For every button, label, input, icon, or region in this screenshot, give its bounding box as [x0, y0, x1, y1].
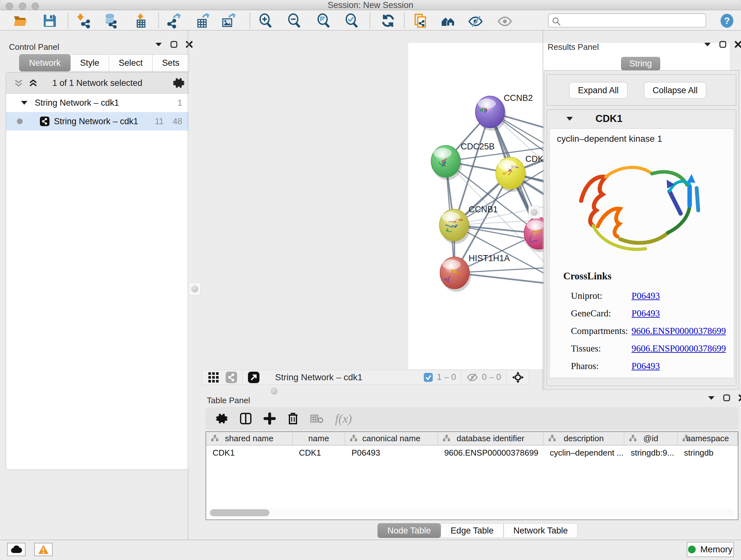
network-node-HIST1H1A[interactable] — [440, 257, 471, 292]
grid-view-icon[interactable] — [208, 372, 219, 383]
warnings-button[interactable] — [34, 543, 53, 556]
float-panel-icon[interactable] — [723, 394, 730, 401]
column-header-@id[interactable]: @id — [624, 432, 677, 445]
collapse-all-button[interactable]: Collapse All — [644, 82, 706, 99]
export-network-icon — [166, 13, 182, 28]
export-table-button[interactable] — [195, 13, 211, 28]
export-network-button[interactable] — [166, 13, 182, 28]
table-cell[interactable]: CDK1 — [293, 445, 345, 459]
tab-edge-table[interactable]: Edge Table — [441, 523, 503, 538]
table-options-gear-icon[interactable] — [216, 413, 228, 425]
float-panel-icon[interactable] — [171, 41, 178, 48]
memory-button[interactable]: Memory — [687, 542, 734, 557]
import-network-file-button[interactable] — [77, 13, 92, 28]
table-toolbar: f(x) — [205, 407, 738, 430]
clone-network-button[interactable] — [413, 13, 428, 28]
network-view-icon[interactable] — [226, 372, 237, 383]
create-column-icon[interactable] — [264, 413, 276, 425]
import-table-button[interactable] — [133, 13, 148, 28]
column-header-canonical-name[interactable]: canonical name — [345, 432, 438, 445]
close-panel-icon[interactable] — [735, 41, 741, 48]
table-cell[interactable]: CDK1 — [206, 445, 293, 459]
export-image-icon — [221, 13, 236, 28]
column-header-label: database identifier — [457, 434, 524, 443]
column-header-shared-name[interactable]: shared name — [206, 432, 293, 445]
show-hidden-button[interactable] — [497, 13, 513, 28]
panel-menu-icon[interactable] — [155, 42, 162, 47]
delete-column-icon[interactable] — [287, 412, 299, 425]
expand-all-button[interactable]: Expand All — [569, 82, 627, 99]
show-columns-icon[interactable] — [239, 412, 252, 425]
panel-menu-icon[interactable] — [704, 42, 711, 47]
network-row[interactable]: String Network – cdk1 11 48 — [6, 112, 189, 131]
save-session-button[interactable] — [42, 13, 57, 28]
node-result-header[interactable]: CDK1 — [547, 110, 736, 128]
cloud-icon — [10, 545, 22, 554]
crosslink-link[interactable]: P06493 — [631, 361, 660, 371]
detach-view-icon[interactable] — [248, 371, 260, 383]
zoom-in-button[interactable] — [258, 13, 273, 28]
column-header-name[interactable]: name — [293, 432, 345, 445]
function-builder-icon[interactable]: f(x) — [335, 412, 352, 426]
crosslink-row: Compartments:9606.ENSP00000378699 — [571, 322, 731, 340]
tab-string[interactable]: String — [621, 57, 660, 71]
toolbar-separator — [506, 372, 507, 383]
left-divider-handle[interactable] — [189, 283, 200, 295]
help-button[interactable]: ? — [719, 13, 735, 28]
homes-icon — [441, 13, 456, 28]
close-panel-icon[interactable] — [738, 394, 741, 401]
tab-select[interactable]: Select — [109, 54, 152, 71]
network-collection-row[interactable]: String Network – cdk1 1 — [6, 94, 189, 112]
tab-style[interactable]: Style — [71, 54, 109, 71]
table-cell[interactable]: P06493 — [345, 445, 438, 459]
panel-menu-icon[interactable] — [708, 395, 715, 400]
column-header-database-identifier[interactable]: database identifier — [438, 432, 543, 445]
network-row-label: String Network – cdk1 — [54, 117, 138, 126]
network-node-CCNB2[interactable] — [475, 96, 507, 131]
node-label-HIST1H1A: HIST1H1A — [469, 253, 510, 263]
crosslink-link[interactable]: P06493 — [631, 291, 660, 301]
app-window: Session: New Session ? Contr — [0, 0, 741, 560]
table-cell[interactable]: 9606.ENSP00000378699 — [438, 445, 543, 459]
main-toolbar: ? — [0, 10, 741, 30]
scrollbar-thumb[interactable] — [210, 509, 269, 516]
pan-crosshair-icon[interactable] — [512, 371, 524, 384]
export-image-button[interactable] — [221, 13, 236, 28]
result-node-name: CDK1 — [596, 113, 622, 125]
crosslink-link[interactable]: 9606.ENSP00000378699 — [631, 343, 726, 354]
crosslink-link[interactable]: 9606.ENSP00000378699 — [631, 326, 726, 336]
network-options-gear-icon[interactable] — [173, 77, 185, 89]
table-cell[interactable]: stringdb:9... — [624, 445, 677, 459]
node-table: shared namenamecanonical namedatabase id… — [205, 431, 738, 520]
tree-expand-icon[interactable] — [21, 100, 28, 105]
close-panel-icon[interactable] — [186, 41, 193, 48]
zoom-selected-button[interactable] — [344, 13, 359, 28]
crosslink-link[interactable]: P06493 — [631, 308, 660, 319]
network-view-toolbar: String Network – cdk1 1 – 0 0 – 0 — [202, 370, 529, 385]
table-cell[interactable]: cyclin–dependent ... — [543, 445, 624, 459]
refresh-view-button[interactable] — [381, 13, 396, 28]
table-horizontal-scrollbar[interactable] — [209, 509, 735, 517]
tab-network[interactable]: Network — [19, 54, 71, 71]
show-all-networks-button[interactable] — [441, 13, 456, 28]
column-header-description[interactable]: description — [543, 432, 624, 445]
column-header-namespace[interactable]: namespace — [677, 432, 738, 445]
tab-network-table[interactable]: Network Table — [503, 523, 578, 538]
hide-selected-button[interactable] — [468, 13, 483, 28]
search-box — [548, 13, 706, 27]
zoom-out-button[interactable] — [286, 13, 302, 28]
float-panel-icon[interactable] — [719, 41, 726, 48]
selected-checkbox-icon[interactable] — [423, 373, 433, 382]
cloud-status-button[interactable] — [7, 543, 25, 556]
open-session-button[interactable] — [13, 13, 28, 28]
search-input[interactable] — [564, 15, 702, 26]
tab-node-table[interactable]: Node Table — [378, 523, 441, 538]
delete-table-icon[interactable] — [310, 414, 324, 423]
table-cell[interactable]: stringdb — [677, 445, 738, 459]
tab-sets[interactable]: Sets — [152, 54, 189, 71]
import-network-database-button[interactable] — [103, 13, 118, 28]
collapse-entry-icon[interactable] — [566, 116, 573, 121]
zoom-fit-button[interactable] — [316, 13, 331, 28]
network-node-CDK1[interactable] — [495, 157, 527, 192]
network-node-CDC25B[interactable] — [431, 145, 462, 180]
